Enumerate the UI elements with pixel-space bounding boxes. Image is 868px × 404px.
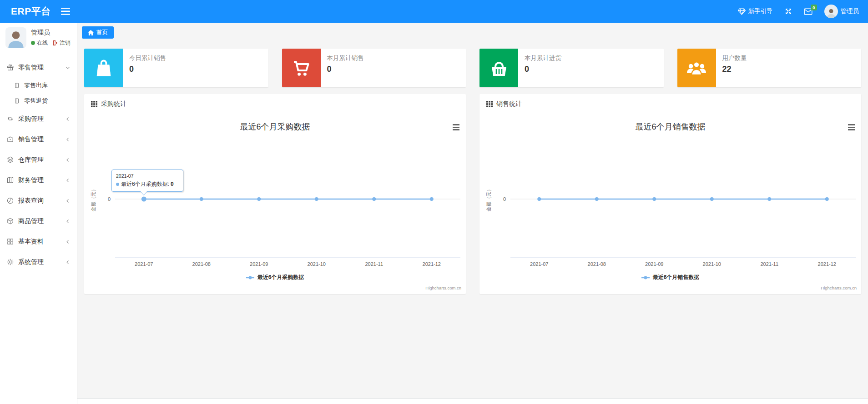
charts-row: 采购统计 最近6个月采购数据 0金额（元）2021-072021-082021-… bbox=[77, 94, 868, 294]
journal-icon bbox=[14, 82, 20, 89]
journal-icon bbox=[14, 98, 20, 104]
tab-home-label: 首页 bbox=[96, 29, 108, 36]
chart-credits[interactable]: Highcharts.com.cn bbox=[821, 285, 857, 290]
stat-label: 用户数量 bbox=[722, 54, 747, 62]
sales-chart-plot[interactable]: 0金额（元）2021-072021-082021-092021-102021-1… bbox=[479, 114, 861, 294]
logout-link[interactable]: 注销 bbox=[52, 39, 71, 47]
svg-text:2021-11: 2021-11 bbox=[760, 261, 778, 267]
sidebar-menu: 零售管理 零售出库 零售退货 采购管理 销售管理 bbox=[0, 54, 77, 272]
stat-label: 本月累计进货 bbox=[525, 54, 561, 62]
sidebar-item-sales[interactable]: 销售管理 bbox=[0, 129, 77, 150]
svg-text:2021-09: 2021-09 bbox=[645, 261, 663, 267]
sidebar-item-basic-data[interactable]: 基本资料 bbox=[0, 231, 77, 252]
tab-bar: 首页 bbox=[77, 23, 868, 37]
guide-link[interactable]: 新手引导 bbox=[738, 7, 773, 15]
chevron-left-icon bbox=[65, 239, 71, 244]
sidebar-user-panel: 管理员 在线 注销 bbox=[0, 23, 77, 54]
chevron-left-icon bbox=[65, 178, 71, 183]
sidebar: 管理员 在线 注销 零售管理 零售出库 bbox=[0, 23, 77, 404]
shopping-cart-icon bbox=[282, 49, 321, 87]
tab-home[interactable]: 首页 bbox=[82, 26, 114, 39]
sidebar-user-name: 管理员 bbox=[31, 29, 71, 37]
sign-out-icon bbox=[52, 40, 58, 46]
user-name-label: 管理员 bbox=[841, 7, 859, 15]
layers-icon bbox=[6, 156, 14, 164]
sidebar-submenu-retail: 零售出库 零售退货 bbox=[0, 78, 77, 109]
chevron-left-icon bbox=[65, 116, 71, 122]
sidebar-item-purchase[interactable]: 采购管理 bbox=[0, 109, 77, 129]
svg-text:2021-07: 2021-07 bbox=[530, 261, 548, 267]
th-grid-icon bbox=[486, 101, 493, 107]
guide-label: 新手引导 bbox=[748, 7, 773, 15]
grid-icon bbox=[6, 238, 14, 245]
panel-title: 采购统计 bbox=[101, 100, 126, 108]
sidebar-item-finance[interactable]: 财务管理 bbox=[0, 170, 77, 190]
chart-legend[interactable]: 最近6个月销售数据 bbox=[479, 274, 861, 281]
stat-cards-row: 今日累计销售 0 本月累计销售 0 本月累计进货 0 bbox=[77, 49, 868, 87]
sidebar-item-retail[interactable]: 零售管理 bbox=[0, 57, 77, 78]
svg-text:0: 0 bbox=[503, 196, 506, 202]
legend-line-marker-icon bbox=[246, 275, 254, 280]
svg-text:金额（元）: 金额（元） bbox=[91, 187, 96, 212]
th-grid-icon bbox=[91, 101, 97, 107]
procurement-loop-icon bbox=[6, 115, 14, 123]
legend-label: 最近6个月销售数据 bbox=[653, 274, 700, 281]
stat-value: 0 bbox=[129, 65, 166, 74]
panel-heading: 销售统计 bbox=[479, 94, 861, 114]
chevron-left-icon bbox=[65, 137, 71, 142]
sidebar-item-retail-return[interactable]: 零售退货 bbox=[0, 93, 77, 109]
stat-label: 今日累计销售 bbox=[129, 54, 166, 62]
svg-text:2021-07: 2021-07 bbox=[135, 261, 153, 267]
user-menu[interactable]: 管理员 bbox=[824, 5, 859, 18]
panel-heading: 采购统计 bbox=[84, 94, 466, 114]
gem-icon bbox=[738, 8, 746, 15]
avatar bbox=[5, 27, 26, 48]
gift-icon bbox=[6, 64, 14, 71]
users-icon bbox=[677, 49, 716, 87]
stat-card-month-sales: 本月累计销售 0 bbox=[282, 49, 466, 87]
pie-chart-icon bbox=[6, 197, 14, 204]
panel-title: 销售统计 bbox=[496, 100, 522, 108]
purchase-stats-panel: 采购统计 最近6个月采购数据 0金额（元）2021-072021-082021-… bbox=[84, 94, 466, 294]
chevron-left-icon bbox=[65, 219, 71, 224]
stat-value: 0 bbox=[327, 65, 364, 74]
sidebar-item-system[interactable]: 系统管理 bbox=[0, 252, 77, 272]
sidebar-item-warehouse[interactable]: 仓库管理 bbox=[0, 150, 77, 170]
purchase-chart: 最近6个月采购数据 0金额（元）2021-072021-082021-09202… bbox=[84, 114, 466, 294]
cube-icon bbox=[6, 217, 14, 225]
folded-map-icon bbox=[6, 176, 14, 184]
sidebar-toggle-button[interactable] bbox=[61, 8, 70, 15]
chevron-left-icon bbox=[65, 157, 71, 163]
svg-text:金额（元）: 金额（元） bbox=[486, 187, 491, 212]
svg-text:2021-12: 2021-12 bbox=[423, 261, 441, 267]
stat-card-today-sales: 今日累计销售 0 bbox=[84, 49, 268, 87]
shopping-basket-icon bbox=[479, 49, 518, 87]
sidebar-item-label: 零售管理 bbox=[18, 64, 65, 72]
stat-value: 22 bbox=[722, 65, 747, 74]
online-status-label: 在线 bbox=[37, 39, 48, 47]
svg-text:2021-08: 2021-08 bbox=[588, 261, 606, 267]
chart-credits[interactable]: Highcharts.com.cn bbox=[425, 285, 461, 290]
sidebar-item-retail-outbound[interactable]: 零售出库 bbox=[0, 78, 77, 93]
messages-button[interactable]: 0 bbox=[804, 8, 812, 15]
home-icon bbox=[88, 30, 94, 35]
logout-label: 注销 bbox=[60, 39, 71, 47]
mail-badge: 0 bbox=[811, 5, 817, 11]
gear-icon bbox=[6, 258, 14, 266]
chevron-down-icon bbox=[65, 65, 71, 70]
chevron-left-icon bbox=[65, 198, 71, 204]
svg-text:2021-10: 2021-10 bbox=[308, 261, 326, 267]
svg-text:2021-11: 2021-11 bbox=[365, 261, 383, 267]
chevron-left-icon bbox=[65, 259, 71, 265]
purchase-chart-plot[interactable]: 0金额（元）2021-072021-082021-092021-102021-1… bbox=[84, 114, 466, 294]
sidebar-item-reports[interactable]: 报表查询 bbox=[0, 190, 77, 211]
sales-chart: 最近6个月销售数据 0金额（元）2021-072021-082021-09202… bbox=[479, 114, 861, 294]
stat-card-month-purchase: 本月累计进货 0 bbox=[479, 49, 664, 87]
stat-card-user-count: 用户数量 22 bbox=[677, 49, 862, 87]
legend-line-marker-icon bbox=[641, 275, 650, 280]
chart-legend[interactable]: 最近6个月采购数据 bbox=[84, 274, 466, 281]
sidebar-item-goods[interactable]: 商品管理 bbox=[0, 211, 77, 231]
stat-label: 本月累计销售 bbox=[327, 54, 364, 62]
fullscreen-button[interactable] bbox=[785, 8, 792, 15]
stat-value: 0 bbox=[525, 65, 561, 74]
